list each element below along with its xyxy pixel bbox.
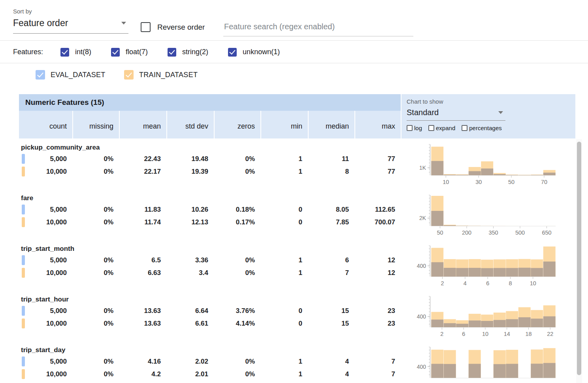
chart-option-percentages: percentages (462, 125, 502, 131)
expand-checkbox[interactable] (428, 125, 434, 131)
stat-mean: 13.63 (119, 305, 166, 317)
chart-option-label: percentages (469, 125, 502, 131)
percentages-checkbox[interactable] (462, 125, 467, 131)
chart-option-label: expand (436, 125, 455, 131)
stat-missing: 0% (72, 165, 119, 178)
stat-max: 23 (354, 305, 401, 317)
stat-min: 0 (260, 216, 308, 229)
feature-name: fare (19, 194, 401, 203)
stats-row-train: 10,0000%13.636.614.14%01523 (19, 317, 401, 330)
stat-median: 4 (308, 355, 354, 368)
chart-options: logexpandpercentages (407, 125, 575, 131)
stat-zeros: 0% (214, 254, 260, 267)
feature-type-checkbox[interactable] (60, 48, 69, 57)
stat-mean: 11.74 (119, 216, 166, 229)
svg-text:2K: 2K (419, 215, 426, 221)
numeric-features-title: Numeric Features (15) (25, 98, 104, 107)
stat-zeros: 0% (214, 267, 260, 279)
stats-row-train: 10,0000%22.1719.390%1877 (19, 165, 401, 178)
numeric-features-header: Numeric Features (15) (19, 94, 401, 111)
stat-std-dev: 2.01 (166, 368, 214, 381)
stats-row-eval: 5,0000%6.53.360%1612 (19, 254, 401, 267)
svg-text:22: 22 (547, 331, 553, 337)
stat-median: 11 (308, 153, 354, 165)
stats-row-eval: 5,0000%13.636.643.76%01523 (19, 305, 401, 317)
stat-median: 6 (308, 254, 354, 267)
svg-text:30: 30 (475, 179, 482, 185)
sort-by-select[interactable]: Feature order (13, 15, 128, 34)
stat-std-dev: 19.48 (166, 153, 214, 165)
column-header-median: median (308, 111, 354, 138)
stat-count: 5,000 (19, 305, 72, 317)
train-color-chip (22, 167, 25, 176)
stat-std-dev: 19.39 (166, 165, 214, 178)
svg-text:500: 500 (515, 229, 525, 236)
stat-missing: 0% (72, 216, 119, 229)
feature-type-checkbox[interactable] (228, 48, 237, 57)
train-color-chip (22, 319, 25, 328)
svg-text:4: 4 (464, 280, 467, 286)
stat-median: 8 (308, 165, 354, 178)
chart-type-select[interactable]: Standard (407, 106, 505, 121)
stat-count: 10,000 (19, 317, 72, 330)
stat-max: 7 (354, 368, 401, 381)
stat-min: 0 (260, 305, 308, 317)
stat-mean: 22.17 (119, 165, 166, 178)
stat-median: 4 (308, 368, 354, 381)
feature-type-checkbox[interactable] (111, 48, 120, 57)
svg-text:18: 18 (525, 331, 531, 337)
vertical-scrollbar[interactable] (576, 139, 582, 383)
stat-mean: 13.63 (119, 317, 166, 330)
stat-missing: 0% (72, 355, 119, 368)
stat-min: 1 (260, 165, 308, 178)
log-checkbox[interactable] (407, 125, 413, 131)
feature-type-label: float(7) (126, 48, 148, 56)
svg-text:400: 400 (417, 313, 426, 320)
feature-search-group (223, 19, 413, 36)
chart-option-log: log (407, 125, 422, 131)
stat-mean: 6.63 (119, 267, 166, 279)
feature-type-label: unknown(1) (243, 48, 280, 56)
histogram-trip_start_month: 400246810 (401, 245, 575, 295)
feature-block-trip_start_day: trip_start_day5,0000%4.162.020%14710,000… (19, 346, 401, 383)
svg-text:350: 350 (488, 229, 498, 236)
stats-row-eval: 5,0000%22.4319.480%11177 (19, 153, 401, 165)
stat-count: 5,000 (19, 153, 72, 165)
scrollbar-thumb[interactable] (577, 142, 581, 375)
stat-missing: 0% (72, 305, 119, 317)
feature-type-option: float(7) (111, 48, 148, 57)
stat-missing: 0% (72, 153, 119, 165)
toolbar: Sort by Feature order Reverse order (0, 0, 588, 41)
dataset-label: EVAL_DATASET (51, 71, 106, 79)
stat-median: 7.85 (308, 216, 354, 229)
eval-color-chip (22, 306, 25, 316)
feature-name: trip_start_hour (19, 295, 401, 305)
svg-text:10: 10 (530, 280, 536, 286)
sort-by-group: Sort by Feature order (13, 8, 128, 34)
feature-type-option: string(2) (168, 48, 208, 57)
feature-type-checkbox[interactable] (168, 48, 176, 57)
stat-count: 5,000 (19, 203, 72, 216)
svg-text:400: 400 (417, 364, 426, 370)
dataset-checkbox[interactable] (124, 70, 134, 80)
feature-search-input[interactable] (223, 19, 413, 36)
eval-color-chip (22, 154, 25, 164)
svg-text:6: 6 (462, 331, 465, 337)
stat-zeros: 0% (214, 368, 260, 381)
stat-max: 12 (354, 267, 401, 279)
dataset-checkbox[interactable] (36, 70, 45, 80)
feature-type-label: string(2) (182, 48, 208, 56)
reverse-order-group: Reverse order (141, 22, 205, 32)
sort-by-label: Sort by (13, 8, 128, 15)
stat-count: 10,000 (19, 216, 72, 229)
chart-type-value: Standard (407, 108, 439, 117)
stat-count: 10,000 (19, 368, 72, 381)
stat-zeros: 0% (214, 165, 260, 178)
chevron-down-icon (498, 111, 503, 114)
stats-row-eval: 5,0000%11.8310.260.18%08.05112.65 (19, 203, 401, 216)
histogram-fare: 2K50200350500650 (401, 194, 575, 245)
stat-count: 5,000 (19, 254, 72, 267)
reverse-order-checkbox[interactable] (141, 22, 151, 32)
stats-row-eval: 5,0000%4.162.020%147 (19, 355, 401, 368)
chart-controls-panel: Chart to show Standard logexpandpercenta… (401, 94, 575, 138)
